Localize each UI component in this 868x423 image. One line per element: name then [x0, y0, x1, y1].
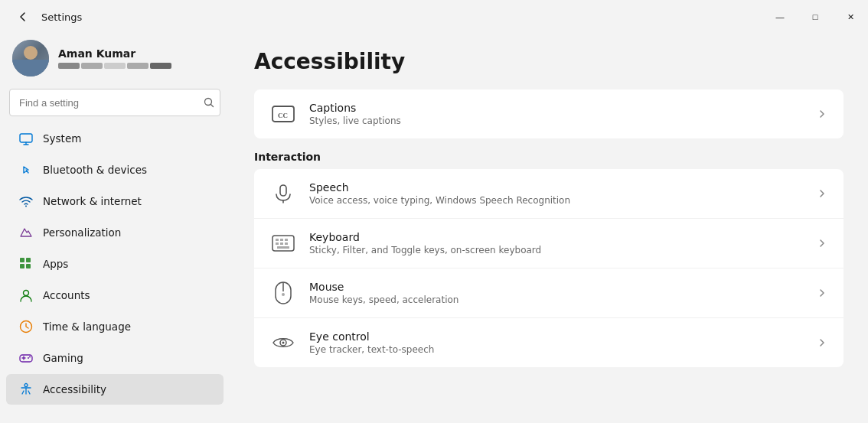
- captions-text: Captions Styles, live captions: [309, 102, 816, 126]
- sidebar-item-system[interactable]: System: [6, 123, 224, 154]
- keyboard-text: Keyboard Sticky, Filter, and Toggle keys…: [309, 231, 816, 255]
- keyboard-title: Keyboard: [309, 231, 816, 243]
- window-controls: — □ ✕: [762, 5, 868, 29]
- mouse-title: Mouse: [309, 281, 816, 293]
- sidebar-item-network[interactable]: Network & internet: [6, 186, 224, 216]
- app-title: Settings: [41, 11, 82, 23]
- app-body: Aman Kumar: [0, 31, 868, 423]
- captions-card: CC Captions Styles, live captions: [254, 89, 844, 138]
- sidebar-item-accessibility[interactable]: Accessibility: [6, 374, 224, 405]
- mouse-desc: Mouse keys, speed, acceleration: [309, 294, 816, 305]
- svg-rect-17: [276, 239, 279, 241]
- keyboard-chevron: [816, 237, 828, 249]
- sidebar-item-system-label: System: [43, 132, 81, 145]
- eye-control-desc: Eye tracker, text-to-speech: [309, 344, 816, 355]
- user-color-bars: [58, 63, 171, 69]
- user-info: Aman Kumar: [58, 47, 171, 69]
- network-icon: [18, 194, 34, 209]
- svg-point-12: [24, 384, 28, 387]
- speech-text: Speech Voice access, voice typing, Windo…: [309, 181, 816, 206]
- page-title: Accessibility: [254, 49, 844, 74]
- captions-item[interactable]: CC Captions Styles, live captions: [254, 89, 844, 138]
- speech-chevron: [816, 187, 828, 200]
- color-bar-1: [58, 63, 80, 69]
- title-bar: Settings — □ ✕: [0, 0, 868, 31]
- speech-icon: [269, 180, 297, 207]
- interaction-card: Speech Voice access, voice typing, Windo…: [254, 169, 844, 367]
- search-button[interactable]: [204, 97, 214, 108]
- maximize-button[interactable]: □: [798, 5, 833, 29]
- svg-rect-20: [276, 242, 279, 245]
- search-input[interactable]: [9, 89, 220, 116]
- keyboard-item[interactable]: Keyboard Sticky, Filter, and Toggle keys…: [254, 219, 844, 268]
- color-bar-4: [127, 63, 148, 69]
- gaming-icon: [18, 350, 34, 366]
- eye-control-item[interactable]: Eye control Eye tracker, text-to-speech: [254, 318, 844, 367]
- color-bar-5: [150, 63, 171, 69]
- sidebar-item-accounts-label: Accounts: [43, 289, 90, 301]
- sidebar: Aman Kumar: [0, 31, 230, 423]
- color-bar-2: [81, 63, 103, 69]
- user-profile[interactable]: Aman Kumar: [0, 31, 230, 89]
- sidebar-item-bluetooth-label: Bluetooth & devices: [43, 164, 147, 176]
- bluetooth-icon: [18, 162, 34, 177]
- avatar: [12, 40, 49, 76]
- svg-rect-23: [277, 246, 289, 249]
- eye-control-text: Eye control Eye tracker, text-to-speech: [309, 330, 816, 355]
- sidebar-item-apps[interactable]: Apps: [6, 249, 224, 279]
- personalization-icon: [18, 225, 34, 240]
- speech-desc: Voice access, voice typing, Windows Spee…: [309, 195, 816, 206]
- interaction-section-label: Interaction: [254, 151, 844, 163]
- title-bar-left: Settings: [12, 6, 82, 28]
- sidebar-item-personalization-label: Personalization: [43, 226, 121, 239]
- svg-rect-22: [285, 242, 288, 245]
- mouse-icon: [269, 279, 297, 307]
- eye-control-icon: [269, 329, 297, 356]
- svg-rect-3: [20, 258, 24, 262]
- sidebar-nav: System Bluetooth & devices: [0, 122, 230, 405]
- sidebar-item-network-label: Network & internet: [43, 195, 142, 207]
- svg-text:CC: CC: [278, 112, 288, 119]
- svg-point-2: [25, 206, 27, 207]
- captions-chevron: [816, 108, 828, 120]
- main-content: Accessibility CC Captions Styles, live c…: [230, 31, 868, 423]
- speech-title: Speech: [309, 181, 816, 194]
- svg-rect-21: [280, 242, 283, 245]
- sidebar-item-gaming-label: Gaming: [43, 352, 83, 364]
- sidebar-item-personalization[interactable]: Personalization: [6, 217, 224, 248]
- user-name: Aman Kumar: [58, 47, 171, 60]
- svg-point-27: [282, 342, 285, 344]
- svg-point-25: [282, 293, 285, 296]
- svg-rect-6: [26, 264, 31, 268]
- keyboard-desc: Sticky, Filter, and Toggle keys, on-scre…: [309, 245, 816, 255]
- speech-item[interactable]: Speech Voice access, voice typing, Windo…: [254, 169, 844, 219]
- minimize-button[interactable]: —: [762, 5, 798, 29]
- eye-control-title: Eye control: [309, 330, 816, 343]
- svg-point-7: [24, 291, 29, 296]
- color-bar-3: [104, 63, 126, 69]
- back-button[interactable]: [12, 6, 34, 28]
- mouse-text: Mouse Mouse keys, speed, acceleration: [309, 281, 816, 305]
- sidebar-item-gaming[interactable]: Gaming: [6, 343, 224, 373]
- captions-title: Captions: [309, 102, 816, 114]
- svg-rect-9: [20, 355, 32, 362]
- apps-icon: [18, 256, 34, 272]
- svg-rect-18: [280, 239, 283, 241]
- captions-desc: Styles, live captions: [309, 116, 816, 126]
- svg-rect-15: [280, 185, 286, 196]
- sidebar-item-time-label: Time & language: [43, 321, 131, 333]
- search-container: [9, 89, 220, 116]
- sidebar-item-accounts[interactable]: Accounts: [6, 280, 224, 311]
- keyboard-icon: [269, 229, 297, 257]
- svg-point-10: [28, 357, 29, 359]
- system-icon: [18, 131, 34, 146]
- svg-rect-5: [20, 264, 24, 268]
- sidebar-item-bluetooth[interactable]: Bluetooth & devices: [6, 155, 224, 185]
- svg-rect-4: [26, 258, 31, 262]
- sidebar-item-time[interactable]: Time & language: [6, 311, 224, 342]
- eye-control-chevron: [816, 337, 828, 349]
- mouse-item[interactable]: Mouse Mouse keys, speed, acceleration: [254, 268, 844, 318]
- time-icon: [18, 319, 34, 334]
- accounts-icon: [18, 288, 34, 303]
- close-button[interactable]: ✕: [833, 5, 868, 29]
